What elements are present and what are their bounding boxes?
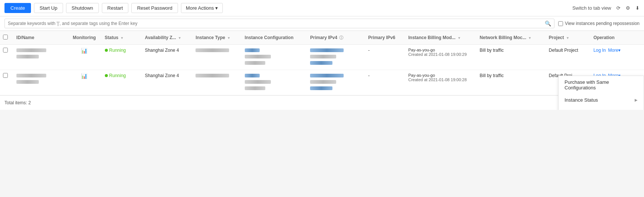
row1-billing-mode: Pay-as-you-go — [408, 48, 473, 52]
startup-button[interactable]: Start Up — [34, 3, 63, 13]
row1-ipv4-blurred3 — [310, 61, 332, 65]
reset-password-button[interactable]: Reset Password — [131, 3, 178, 13]
col-header-ipv6: Primary IPv6 — [365, 31, 406, 45]
row1-monitoring-icon[interactable]: 📊 — [81, 48, 87, 54]
row2-az-cell: Shanghai Zone 4 — [142, 70, 193, 95]
row1-config-blurred1 — [245, 48, 260, 52]
row2-monitoring-icon[interactable]: 📊 — [81, 73, 87, 79]
row1-status-text: Running — [109, 48, 126, 53]
dropdown-item-instance-status-label: Instance Status — [565, 97, 598, 103]
row1-config-cell — [242, 45, 307, 70]
switch-tab-view[interactable]: Switch to tab view — [572, 5, 611, 11]
search-input-wrap[interactable]: 🔍 — [4, 19, 554, 28]
col-header-ipv4: Primary IPv4 ⓘ — [307, 31, 365, 45]
row1-monitoring-cell[interactable]: 📊 — [67, 45, 101, 70]
row2-checkbox-cell[interactable] — [0, 70, 13, 95]
repossession-checkbox[interactable] — [558, 21, 563, 26]
row2-net-billing-text: Bill by traffic — [480, 73, 504, 78]
restart-button[interactable]: Restart — [102, 3, 129, 13]
row1-config-blurred2 — [245, 55, 271, 58]
col-header-monitoring: Monitoring — [67, 31, 101, 45]
row1-checkbox-cell[interactable] — [0, 45, 13, 70]
row1-more-chevron-icon: ▾ — [618, 48, 620, 53]
search-bar: 🔍 View instances pending repossession — [0, 16, 644, 31]
row2-status-text: Running — [109, 73, 126, 78]
row2-ipv4-blurred3 — [310, 86, 332, 90]
more-actions-button[interactable]: More Actions ▾ — [181, 3, 223, 13]
row2-config-blurred3 — [245, 86, 265, 90]
row2-billing-date: Created at 2021-01-08 19:00:28 — [408, 77, 473, 82]
row2-ipv4-cell — [307, 70, 365, 95]
dropdown-menu-panel: Purchase with Same Configurations Instan… — [558, 76, 644, 110]
row1-netbilling-cell: Bill by traffic — [477, 45, 546, 70]
project-sort-icon: ▼ — [566, 36, 569, 40]
row1-operation-cell: Log In More ▾ — [590, 45, 644, 70]
row1-status-cell: Running — [102, 45, 142, 70]
row2-billing-cell: Pay-as-you-go Created at 2021-01-08 19:0… — [405, 70, 476, 95]
col-header-type[interactable]: Instance Type ▼ — [193, 31, 242, 45]
row1-id-cell — [13, 45, 67, 70]
row1-type-cell — [193, 45, 242, 70]
row2-az-text: Shanghai Zone 4 — [145, 73, 179, 78]
row1-az-cell: Shanghai Zone 4 — [142, 45, 193, 70]
dropdown-item-instance-status[interactable]: Instance Status ▶ — [559, 94, 644, 106]
row1-billing-cell: Pay-as-you-go Created at 2021-01-08 19:0… — [405, 45, 476, 70]
row1-billing-date: Created at 2021-01-08 19:00:29 — [408, 52, 473, 57]
search-input[interactable] — [8, 21, 545, 26]
col-header-billing[interactable]: Instance Billing Mod... ▼ — [405, 31, 476, 45]
dropdown-item-instance-settings[interactable]: Instance Settings ▶ — [559, 106, 644, 110]
col-header-checkbox[interactable] — [0, 31, 13, 45]
refresh-icon[interactable]: ⟳ — [616, 5, 620, 11]
row1-type-blurred — [196, 48, 229, 52]
total-items-label: Total items: 2 — [4, 100, 31, 105]
row2-checkbox[interactable] — [3, 73, 8, 78]
row1-config-blurred3 — [245, 61, 265, 65]
row2-billing-mode: Pay-as-you-go — [408, 73, 473, 77]
table-row: 📊 Running Shanghai Zone 4 — [0, 45, 644, 70]
download-icon[interactable]: ⬇ — [635, 5, 640, 11]
more-actions-label: More Actions — [186, 5, 214, 11]
row1-ipv4-cell — [307, 45, 365, 70]
row2-id-cell — [13, 70, 67, 95]
status-sort-icon: ▼ — [121, 36, 124, 40]
col-header-operation: Operation — [590, 31, 644, 45]
row2-name-blurred — [16, 80, 39, 84]
row2-ipv4-blurred1 — [310, 74, 344, 77]
repossession-checkbox-label[interactable]: View instances pending repossession — [558, 21, 640, 26]
row2-config-blurred2 — [245, 80, 271, 84]
dropdown-item-purchase[interactable]: Purchase with Same Configurations — [559, 76, 644, 94]
select-all-checkbox[interactable] — [3, 35, 8, 39]
table-footer: Total items: 2 20 / page ◀ ▶ — [0, 95, 644, 110]
billing-sort-icon: ▼ — [457, 36, 461, 40]
row2-ipv6-cell: - — [365, 70, 406, 95]
create-button[interactable]: Create — [4, 3, 31, 13]
row2-type-blurred — [196, 74, 229, 77]
row2-monitoring-cell[interactable]: 📊 — [67, 70, 101, 95]
col-header-az[interactable]: Availability Z... ▼ — [142, 31, 193, 45]
col-header-netbilling[interactable]: Network Billing Moc... ▼ — [477, 31, 546, 45]
row1-login-button[interactable]: Log In — [593, 48, 606, 53]
row1-id-blurred — [16, 48, 46, 52]
ipv4-info-icon: ⓘ — [339, 35, 343, 40]
settings-icon[interactable]: ⚙ — [626, 5, 630, 11]
col-header-project[interactable]: Project ▼ — [546, 31, 591, 45]
row2-netbilling-cell: Bill by traffic — [477, 70, 546, 95]
col-header-config: Instance Configuration — [242, 31, 307, 45]
toolbar-right: Switch to tab view ⟳ ⚙ ⬇ — [572, 5, 640, 11]
row1-ipv6-text: - — [368, 48, 370, 53]
row1-more-button[interactable]: More ▾ — [608, 48, 620, 53]
row1-checkbox[interactable] — [3, 48, 8, 53]
row2-id-blurred — [16, 74, 46, 77]
row1-ipv4-blurred2 — [310, 55, 336, 58]
table-container: ID/Name Monitoring Status ▼ Availability… — [0, 31, 644, 95]
row1-project-text: Default Project — [549, 48, 578, 53]
instance-status-arrow-icon: ▶ — [635, 98, 638, 102]
row1-status-dot — [105, 49, 108, 52]
row2-config-blurred1 — [245, 74, 260, 77]
shutdown-button[interactable]: Shutdown — [66, 3, 99, 13]
row2-status-dot — [105, 74, 108, 77]
row1-az-text: Shanghai Zone 4 — [145, 48, 179, 53]
row1-project-cell: Default Project — [546, 45, 591, 70]
search-icon: 🔍 — [545, 20, 551, 26]
col-header-status[interactable]: Status ▼ — [102, 31, 142, 45]
